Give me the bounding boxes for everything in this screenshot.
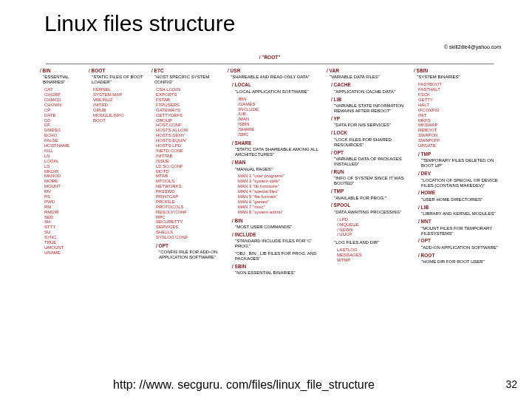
file-item: PROTOCOLS: [156, 205, 222, 210]
subdir-desc: "LOCAL APPLICATION SOFTWARE": [235, 89, 320, 95]
subdir: / SHARE"STATIC DATA SHAREABLE AMONG ALL …: [232, 140, 320, 157]
file-item: DMESG: [44, 128, 84, 133]
subdir-desc: "INFO OF SYSTEM SINCE IT WAS BOOTED": [334, 176, 408, 186]
col-bin: / BIN"ESSENTIAL BINARIES"CATCHGRPCHMODCH…: [40, 68, 84, 259]
file-item: FTPUSERS: [156, 103, 222, 108]
file-item: FALSE: [44, 138, 84, 143]
subdir-header: / DEV: [418, 171, 499, 176]
file-item: GATEWAYS: [156, 108, 222, 113]
file-item: ISSUE: [156, 159, 222, 164]
file-item: FASTHALT: [418, 87, 499, 92]
subdir: / LIB"LIBRARY AND KERNEL MODULES": [418, 205, 499, 216]
subdir-header: / LIB: [331, 97, 408, 102]
subdir-header: / SHARE: [232, 140, 320, 146]
file-item: MKNOD: [44, 174, 84, 179]
file-item: FSCK: [418, 92, 499, 98]
file-item: /SHARE: [238, 127, 320, 132]
file-list: CSH.LOGINEXPORTSFSTABFTPUSERSGATEWAYSGET…: [156, 87, 222, 240]
tree-bar: [46, 64, 494, 64]
file-item: GRUB: [93, 108, 148, 113]
file-item: MTAB: [156, 174, 222, 179]
subdir-desc: "NON ESSENTIAL BINARIES": [235, 270, 320, 276]
file-item: MAN 5 "file formats": [238, 194, 320, 200]
subdir-desc: "MOST USER COMMANDS": [235, 225, 320, 230]
file-item: CP: [44, 108, 84, 113]
file-item: WTMP: [337, 258, 408, 263]
file-item: PWD: [44, 200, 84, 205]
subdir: "LOG FILES AND DIR"LASTLOGMESSAGESWTMP: [331, 240, 408, 263]
subdir: "OBJ , BIN , LIB FILES FOR PROG. AND PAC…: [232, 251, 320, 262]
file-item: / MQUEUE: [337, 222, 408, 228]
file-item: MKSWAP: [418, 123, 499, 128]
subdir-header: / LOCK: [331, 130, 408, 135]
subdir: / YP"DATA FOR NIS SERVICES": [331, 116, 408, 128]
file-item: PRINTCAP: [156, 194, 222, 200]
file-item: HOSTS.LPD: [156, 143, 222, 149]
file-item: RMDIR: [44, 210, 84, 215]
file-item: PROFILE: [156, 200, 222, 205]
file-item: MAN 3 "lib functions": [238, 184, 320, 189]
subdir: / TMP"AVAILABLE FOR PROG.": [331, 188, 408, 200]
file-item: / LPD: [337, 217, 408, 222]
subdir-desc: "ADD-ON APPLICATION SOFTWARE": [421, 245, 499, 250]
subdir-desc: "LOCATION OF SPECIAL OR DEVICE FILES (CO…: [421, 178, 499, 188]
file-item: SU: [44, 230, 84, 235]
file-item: SWAPON: [418, 133, 499, 138]
dir-desc: "STATIC FILES OF BOOT LOADER": [92, 75, 148, 85]
file-item: SED: [44, 215, 84, 220]
file-item: CHGRP: [44, 92, 84, 98]
subdir-header: / BIN: [232, 218, 320, 223]
file-list: CATCHGRPCHMODCHOWNCPDATEDDDFDMESGECHOFAL…: [44, 87, 84, 255]
file-item: MAN 2 "system calls": [238, 179, 320, 184]
dir-header: / BIN: [40, 68, 84, 73]
file-item: HOST.CONF: [156, 123, 222, 128]
subdir-desc: "VARIABLE STATE INFORMATION REMAINS AFTE…: [334, 103, 408, 114]
fs-diagram: © skill2die4@yahoo.com / "ROOT" / BIN"ES…: [37, 44, 502, 369]
subdir: / CACHE"APPLICATION CACHE DATA": [331, 82, 408, 94]
file-item: TRUE: [44, 240, 84, 245]
subdir-desc: "STANDARD INCLUDE FILES FOR 'C' PROG.": [235, 239, 320, 249]
file-item: SERVICES: [156, 225, 222, 230]
file-item: MAN 7 "misc": [238, 205, 320, 210]
file-item: /SRC: [238, 132, 320, 137]
subdir-header: / MNT: [418, 219, 499, 224]
subdir-desc: "CONFIG FILE FOR ADD-ON APPLICATION SOFT…: [159, 250, 222, 260]
subdir: / RUN"INFO OF SYSTEM SINCE IT WAS BOOTED…: [331, 169, 408, 186]
file-item: SYSLOG.CONF: [156, 235, 222, 240]
file-item: HOSTS.DENY: [156, 133, 222, 138]
file-item: /GAMES: [238, 102, 320, 107]
col-etc: / ETC"HOST SPECIFIC SYSTEM CONFIG"CSH.LO…: [151, 68, 222, 262]
file-item: LD.SO.CONF: [156, 164, 222, 169]
subdir-list: LASTLOGMESSAGESWTMP: [337, 248, 408, 263]
file-item: REBOOT: [418, 128, 499, 133]
file-item: /BIN: [238, 97, 320, 102]
subdir-header: / SBIN: [232, 264, 320, 269]
file-item: /SBIN: [238, 122, 320, 127]
subdir: / ROOT"HOME DIR FOR ROOT USER": [418, 253, 499, 265]
file-item: MKDIR: [44, 169, 84, 174]
file-item: EXPORTS: [156, 92, 222, 98]
subdir-desc: "OBJ , BIN , LIB FILES FOR PROG. AND PAC…: [235, 251, 320, 262]
dir-desc: "ESSENTIAL BINARIES": [43, 75, 84, 85]
file-item: NETWORKS: [156, 184, 222, 189]
file-item: MESSAGES: [337, 253, 408, 258]
file-item: / NEWS: [337, 228, 408, 233]
file-item: INETD.CONF: [156, 149, 222, 154]
subdir-desc: "DATA FOR NIS SERVICES": [334, 123, 408, 128]
file-item: MOTD: [156, 169, 222, 174]
file-item: CHMOD: [44, 98, 84, 103]
file-item: CHOWN: [44, 103, 84, 108]
file-item: VMLINUZ: [93, 98, 148, 103]
file-item: UMOUNT: [44, 245, 84, 250]
dir-header: / VAR: [327, 68, 408, 73]
file-item: MKFS: [418, 118, 499, 123]
file-item: / UUCP: [337, 232, 408, 237]
file-item: SYNC: [44, 235, 84, 240]
subdir-desc: "VARIABLE DATA OF PACKAGES INSTALLED": [334, 157, 408, 167]
file-item: LASTLOG: [337, 248, 408, 253]
subdir-header: / OPT: [418, 238, 499, 243]
subdir-list: / LPD/ MQUEUE/ NEWS/ UUCP: [337, 217, 408, 238]
subdir: / TMP"TEMPORARY FILES DELETED ON BOOT UP…: [418, 151, 499, 168]
file-item: KERNEL: [93, 87, 148, 92]
file-item: SHELLS: [156, 230, 222, 235]
